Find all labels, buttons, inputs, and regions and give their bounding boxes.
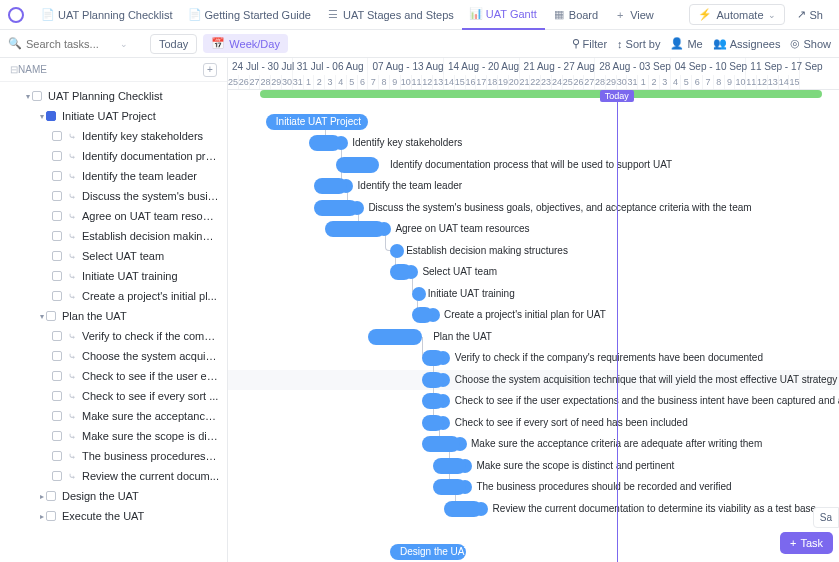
day-header: 5 [681,75,692,89]
week-header: 04 Sep - 10 Sep [671,58,747,75]
gantt-task-label: Discuss the system's business goals, obj… [368,201,751,215]
task-group[interactable]: ▾UAT Planning Checklist [0,86,227,106]
gantt-milestone[interactable] [390,244,404,258]
expand-all-icon[interactable]: ⊟ [10,64,18,75]
calendar-icon: 📅 [211,37,225,50]
task-group[interactable]: ▸Execute the UAT [0,506,227,526]
day-header: 14 [444,75,455,89]
gantt-task-bar[interactable] [433,458,465,474]
task-row[interactable]: ⤷Make sure the acceptance ... [0,406,227,426]
toggle-icon[interactable]: ▾ [38,112,46,121]
task-row[interactable]: ⤷Make sure the scope is dis... [0,426,227,446]
gantt-group-bar[interactable]: Design the UAT [390,544,466,560]
subtask-icon: ⤷ [68,331,78,342]
tab-board[interactable]: ▦Board [545,0,606,30]
task-row[interactable]: ⤷Create a project's initial pl... [0,286,227,306]
gantt-task-bar[interactable] [309,135,341,151]
day-header: 18 [487,75,498,89]
gantt-group-bar[interactable]: Initiate UAT Project [266,114,369,130]
toggle-icon[interactable]: ▾ [38,312,46,321]
task-group[interactable]: ▾Plan the UAT [0,306,227,326]
task-group[interactable]: ▾Initiate UAT Project [0,106,227,126]
tab-uat-stages-and-steps[interactable]: ☰UAT Stages and Steps [319,0,462,30]
gantt-task-bar[interactable] [336,157,379,173]
project-span-bar[interactable] [260,90,822,98]
gantt-body[interactable]: TodayInitiate UAT ProjectDesign the UATE… [228,90,839,562]
search-wrap[interactable]: 🔍 ⌄ [8,37,128,50]
gantt-task-bar[interactable] [422,415,444,431]
status-square-icon [52,211,62,221]
task-row[interactable]: ⤷Identify documentation pro... [0,146,227,166]
task-row[interactable]: ⤷Check to see if every sort ... [0,386,227,406]
task-row[interactable]: ⤷Agree on UAT team resour... [0,206,227,226]
add-task-icon[interactable]: + [203,63,217,77]
gantt-task-bar[interactable] [422,393,444,409]
task-group[interactable]: ▸Design the UAT [0,486,227,506]
sort-icon: ↕ [617,38,623,50]
assignees-button[interactable]: 👥Assignees [713,37,781,50]
task-row[interactable]: ⤷Identify key stakeholders [0,126,227,146]
today-button[interactable]: Today [150,34,197,54]
tab-view[interactable]: +View [606,0,662,30]
task-row[interactable]: ⤷Select UAT team [0,246,227,266]
day-header: 21 [520,75,531,89]
toggle-icon[interactable]: ▸ [38,512,46,521]
day-header: 11 [746,75,757,89]
day-header: 15 [789,75,800,89]
task-label: Agree on UAT team resour... [82,210,219,222]
gantt-task-bar[interactable] [325,221,384,237]
task-row[interactable]: ⤷Review the current docum... [0,466,227,486]
gantt-task-bar[interactable] [314,178,346,194]
gantt-task-bar[interactable] [444,501,482,517]
toggle-icon[interactable]: ▾ [24,92,32,101]
filter-button[interactable]: ⚲Filter [572,37,607,50]
weekday-button[interactable]: 📅 Week/Day [203,34,288,53]
day-header: 14 [779,75,790,89]
toggle-icon[interactable]: ▸ [38,492,46,501]
gantt-task-bar[interactable] [422,372,444,388]
automate-button[interactable]: ⚡ Automate ⌄ [689,4,784,25]
status-square-icon [52,171,62,181]
task-row[interactable]: ⤷Check to see if the user ex... [0,366,227,386]
task-row[interactable]: ⤷Identify the team leader [0,166,227,186]
me-button[interactable]: 👤Me [670,37,702,50]
gantt-task-bar[interactable] [422,350,444,366]
save-chip[interactable]: Sa [813,507,839,528]
gantt-task-bar[interactable] [314,200,357,216]
gantt-task-bar[interactable] [422,436,460,452]
gantt-task-label: Review the current documentation to dete… [493,502,817,516]
share-button[interactable]: ↗ Sh [789,5,831,24]
search-dropdown-icon[interactable]: ⌄ [120,39,128,49]
task-row[interactable]: ⤷Choose the system acquisi... [0,346,227,366]
subtask-icon: ⤷ [68,191,78,202]
day-header: 26 [239,75,250,89]
tab-uat-gantt[interactable]: 📊UAT Gantt [462,0,545,30]
task-row[interactable]: ⤷Discuss the system's busin... [0,186,227,206]
search-input[interactable] [26,38,116,50]
task-row[interactable]: ⤷Initiate UAT training [0,266,227,286]
new-task-button[interactable]: + Task [780,532,833,554]
gantt-task-bar[interactable] [390,264,412,280]
tab-getting-started-guide[interactable]: 📄Getting Started Guide [181,0,319,30]
gantt-task-bar[interactable] [412,307,434,323]
subtask-icon: ⤷ [68,211,78,222]
task-row[interactable]: ⤷The business procedures s... [0,446,227,466]
task-row[interactable]: ⤷Verify to check if the comp... [0,326,227,346]
day-header: 4 [671,75,682,89]
tab-uat-planning-checklist[interactable]: 📄UAT Planning Checklist [34,0,181,30]
sort-by-button[interactable]: ↕Sort by [617,38,660,50]
day-header: 24 [552,75,563,89]
gantt-task-bar[interactable] [433,479,465,495]
gantt-task-bar[interactable] [368,329,422,345]
gantt-milestone[interactable] [412,287,426,301]
toolbar: 🔍 ⌄ Today 📅 Week/Day ⚲Filter↕Sort by👤Me👥… [0,30,839,58]
task-label: The business procedures s... [82,450,219,462]
show-button[interactable]: ◎Show [790,37,831,50]
gantt-chart[interactable]: 24 Jul - 30 Jul31 Jul - 06 Aug07 Aug - 1… [228,58,839,562]
status-square-icon [46,311,56,321]
filter-icon: ⚲ [572,37,580,50]
status-square-icon [52,151,62,161]
task-row[interactable]: ⤷Establish decision making ... [0,226,227,246]
day-header: 27 [250,75,261,89]
day-header: 31 [293,75,304,89]
